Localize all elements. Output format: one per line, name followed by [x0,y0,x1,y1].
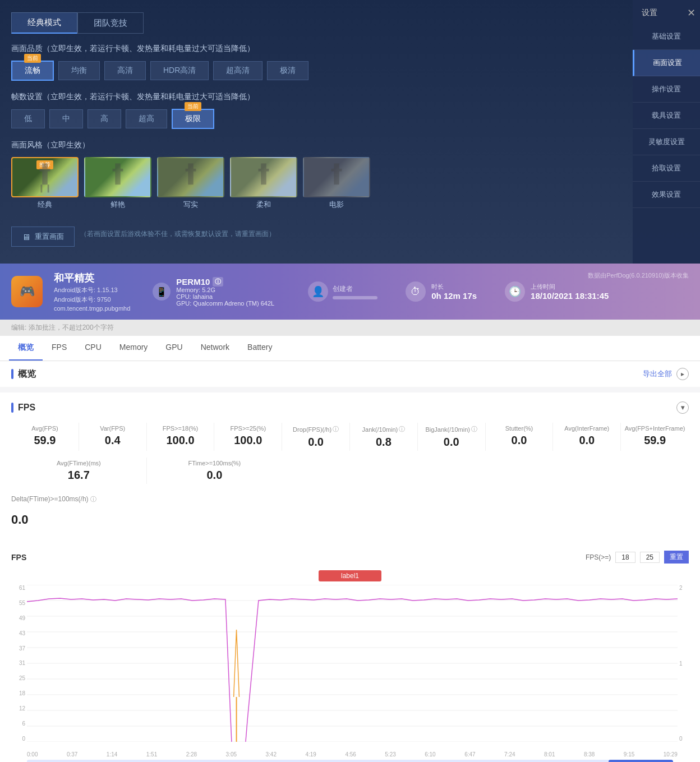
fps-metrics-section: FPS ▾ Avg(FPS) 59.9 Var(FPS) 0.4 FPS>=18… [0,392,700,544]
fps-btn-max[interactable]: 当前 极限 [172,109,214,129]
current-badge-fps: 当前 [185,102,201,111]
upload-time-block: 🕒 上传时间 18/10/2021 18:31:45 [505,281,609,302]
sidebar-item-effects[interactable]: 效果设置 [633,182,700,208]
style-card-classic[interactable]: 推荐 经典 [11,157,79,210]
chart-scroll-thumb[interactable] [609,760,673,762]
style-card-movie[interactable]: 电影 [303,157,370,210]
style-preview-real [157,157,224,197]
perfdog-header: 数据由PerfDog(6.0.210910)版本收集 🎮 和平精英 Androi… [0,264,700,320]
nav-tab-network[interactable]: Network [192,336,238,361]
sidebar-item-basic[interactable]: 基础设置 [633,24,700,50]
quality-btn-hd[interactable]: 高清 [104,61,146,80]
style-section-title: 画面风格（立即生效） [11,140,621,150]
metric-avg-interframe-value: 0.0 [556,434,617,447]
svg-rect-11 [331,169,342,172]
metric-avg-ftime-label: Avg(FTime)(ms) [15,460,143,467]
quality-btn-balanced[interactable]: 均衡 [58,61,100,80]
app-version-android: Android版本号: 1.15.13 [54,286,130,294]
nav-tab-battery[interactable]: Battery [238,336,281,361]
style-preview-classic: 推荐 [11,157,79,197]
fps-ctrl-val2[interactable]: 25 [640,552,660,563]
sidebar-item-vehicle[interactable]: 载具设置 [633,103,700,129]
metric-jank: Jank(/10min) ⓘ 0.8 [350,423,418,451]
style-card-gentle[interactable]: 柔和 [230,157,297,210]
chart-red-label: label1 [319,570,381,581]
collapse-arrow[interactable]: ▸ [676,368,689,380]
fps-btn-mid[interactable]: 中 [49,109,83,128]
svg-rect-8 [261,163,266,184]
fps-section-title: 帧数设置（立即生效，若运行卡顿、发热量和耗电量过大可适当降低） [11,92,621,102]
nav-tabs-bar: 概览 FPS CPU Memory GPU Network Battery [0,336,700,361]
metric-drop-fps: Drop(FPS)(/h) ⓘ 0.0 [282,423,350,451]
quality-section-title: 画面品质（立即生效，若运行卡顿、发热量和耗电量过大可适当降低） [11,44,621,54]
nav-tab-overview[interactable]: 概览 [9,336,43,361]
cpu-info: CPU: lahaina [176,293,274,300]
quality-btn-hdr[interactable]: HDR高清 [150,61,209,80]
style-card-fresh[interactable]: 鲜艳 [84,157,151,210]
game-settings-panel: 设置 ✕ 基础设置 画面设置 操作设置 载具设置 灵敏度设置 拾取设置 效果设置… [0,0,700,264]
sidebar-item-sensitivity[interactable]: 灵敏度设置 [633,129,700,155]
tab-classic[interactable]: 经典模式 [11,12,77,34]
sidebar-item-controls[interactable]: 操作设置 [633,76,700,103]
duration-block: ⏱ 时长 0h 12m 17s [406,281,477,302]
sidebar-item-pickup[interactable]: 拾取设置 [633,155,700,182]
reset-btn-label: 重置画面 [35,232,64,242]
settings-sidebar: 设置 ✕ 基础设置 画面设置 操作设置 载具设置 灵敏度设置 拾取设置 效果设置 [633,0,700,264]
y-axis-right: 2 1 0 [678,585,689,742]
reset-graphics-button[interactable]: 🖥 重置画面 [11,227,75,247]
x-axis-labels: 0:00 0:37 1:14 1:51 2:28 3:05 3:42 4:19 … [27,751,678,758]
fps-btn-high[interactable]: 高 [88,109,121,128]
nav-tab-memory[interactable]: Memory [110,336,157,361]
jank-info-icon[interactable]: ⓘ [399,425,405,433]
drop-info-icon[interactable]: ⓘ [333,425,339,433]
fps-btn-ultrahigh[interactable]: 超高 [126,109,167,128]
metric-drop-fps-label: Drop(FPS)(/h) ⓘ [285,425,346,433]
reset-note: （若画面设置后游戏体验不佳，或需恢复默认设置，请重置画面） [80,229,275,239]
metric-ftime100-label: FTime>=100ms(%) [150,460,279,467]
metric-var-fps-label: Var(FPS) [82,425,143,432]
fps-ctrl-val1[interactable]: 18 [615,552,635,563]
nav-tab-cpu[interactable]: CPU [76,336,110,361]
svg-rect-1 [40,169,50,172]
fps-collapse-arrow[interactable]: ▾ [676,401,689,414]
duration-value: 0h 12m 17s [431,291,477,301]
upload-label: 上传时间 [531,283,609,291]
style-label-gentle: 柔和 [230,200,297,210]
quality-btn-extreme[interactable]: 极清 [267,61,308,80]
fps-chart-svg [27,585,678,742]
app-package-android: Android版本号: 9750 [54,295,130,304]
metric-avg-fps-value: 59.9 [15,434,75,447]
data-source-note: 数据由PerfDog(6.0.210910)版本收集 [588,271,689,280]
nav-tab-fps[interactable]: FPS [43,336,76,361]
creator-icon: 👤 [308,281,328,302]
quality-btn-smooth[interactable]: 当前 流畅 [11,61,54,81]
metric-jank-value: 0.8 [353,436,414,449]
chart-scroll-bar[interactable] [27,760,673,762]
metric-avg-fps-interframe-label: Avg(FPS+InterFrame) [624,425,685,432]
fps-reset-button[interactable]: 重置 [664,551,689,564]
metric-bigjank-value: 0.0 [421,436,482,449]
creator-value-bar [333,296,377,299]
delta-value: 0.0 [11,512,689,527]
style-preview-fresh [84,157,151,197]
close-icon[interactable]: ✕ [687,7,696,19]
fps-btn-low[interactable]: 低 [11,109,45,128]
svg-rect-3 [48,184,49,192]
sidebar-item-graphics[interactable]: 画面设置 [633,50,700,76]
main-settings-area: 经典模式 团队竞技 画面品质（立即生效，若运行卡顿、发热量和耗电量过大可适当降低… [0,7,633,252]
tab-team[interactable]: 团队竞技 [77,12,144,34]
style-preview-gentle [230,157,297,197]
section-actions: 导出全部 ▸ [643,368,689,380]
chart-controls: FPS(>=) 18 25 重置 [586,551,689,564]
app-package-name: com.tencent.tmgp.pubgmhd [54,305,130,312]
export-link[interactable]: 导出全部 [643,369,672,379]
bigjank-info-icon[interactable]: ⓘ [471,425,477,433]
metric-bigjank: BigJank(/10min) ⓘ 0.0 [418,423,486,451]
quality-btn-ultrahd[interactable]: 超高清 [213,61,262,80]
delta-info-icon[interactable]: ⓘ [90,496,96,502]
metric-bigjank-label: BigJank(/10min) ⓘ [421,425,482,433]
quality-options: 当前 流畅 均衡 高清 HDR高清 超高清 极清 [11,61,621,81]
nav-tab-gpu[interactable]: GPU [156,336,191,361]
style-card-real[interactable]: 写实 [157,157,224,210]
app-icon: 🎮 [11,276,43,307]
